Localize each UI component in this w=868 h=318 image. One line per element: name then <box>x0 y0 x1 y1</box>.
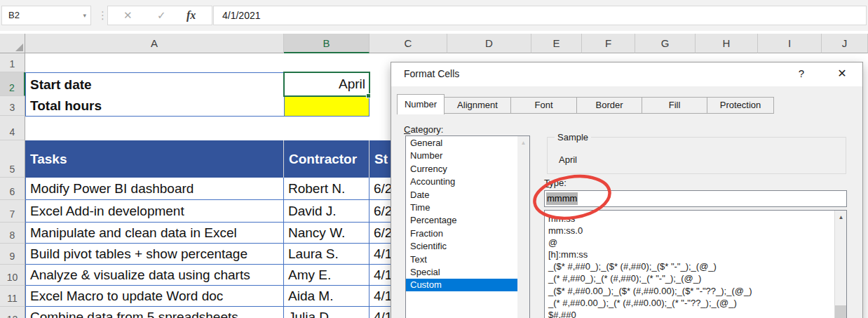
table-row-6-cell[interactable]: Modify Power BI dashboard <box>25 178 284 200</box>
column-header-i[interactable]: I <box>758 34 822 53</box>
row-header-12[interactable]: 12 <box>0 307 25 318</box>
tab-number[interactable]: Number <box>397 94 445 114</box>
row-header-5[interactable]: 5 <box>0 140 25 178</box>
category-item-time[interactable]: Time <box>406 201 529 213</box>
insert-function-icon[interactable]: fx <box>187 6 196 25</box>
format-code-item-8[interactable]: $#,##0 <box>545 309 846 318</box>
category-item-text[interactable]: Text <box>406 253 529 265</box>
tab-protection[interactable]: Protection <box>707 97 774 114</box>
scroll-up-icon[interactable]: ▲ <box>517 138 529 148</box>
table-row-8-cell[interactable]: Manipulate and clean data in Excel <box>25 223 284 244</box>
format-code-item-1[interactable]: mm:ss.0 <box>545 225 846 237</box>
category-item-fraction[interactable]: Fraction <box>406 227 529 239</box>
sample-label: Sample <box>555 132 591 143</box>
table-row-7-cell[interactable]: Excel Add-in development <box>25 200 284 223</box>
sample-groupbox: Sample April <box>547 137 846 174</box>
table-row-10-cell[interactable]: Analyze & visualize data using charts <box>25 265 284 286</box>
row-header-10[interactable]: 10 <box>0 265 25 286</box>
format-code-item-5[interactable]: _(* #,##0_);_(* (#,##0);_(* "-"_);_(@_) <box>545 272 846 284</box>
table-header-tasks[interactable]: Tasks <box>25 140 284 178</box>
table-row-8-cell[interactable]: Nancy W. <box>284 223 369 244</box>
category-item-general[interactable]: General <box>406 137 529 149</box>
category-item-scientific[interactable]: Scientific <box>406 240 529 252</box>
cell-a3[interactable]: Total hours <box>25 96 285 117</box>
tab-fill[interactable]: Fill <box>642 97 707 114</box>
column-header-d[interactable]: D <box>447 34 531 53</box>
tab-border[interactable]: Border <box>576 97 642 114</box>
format-code-item-3[interactable]: [h]:mm:ss <box>545 249 846 260</box>
table-row-11-cell[interactable]: Aida M. <box>284 286 369 307</box>
row-header-3[interactable]: 3 <box>0 96 25 116</box>
category-item-currency[interactable]: Currency <box>406 163 529 175</box>
type-input-value: mmmm <box>546 192 578 205</box>
category-items: GeneralNumberCurrencyAccountingDateTimeP… <box>406 137 529 291</box>
table-row-12-cell[interactable]: Combine data from 5 spreadsheets <box>25 307 284 318</box>
format-code-item-7[interactable]: _(* #,##0.00_);_(* (#,##0.00);_(* "-"??_… <box>545 297 846 309</box>
table-row-7-cell[interactable]: David J. <box>284 200 369 223</box>
table-row-11-cell[interactable]: Excel Macro to update Word doc <box>25 286 284 307</box>
format-code-item-4[interactable]: _($* #,##0_);_($* (#,##0);_($* "-"_);_(@… <box>545 260 846 272</box>
tab-alignment[interactable]: Alignment <box>444 97 511 114</box>
name-box[interactable]: B2 ▾ <box>1 6 91 25</box>
column-header-f[interactable]: F <box>582 34 635 53</box>
scrollbar-thumb[interactable] <box>835 305 847 318</box>
format-cells-dialog: Format Cells ? ✕ NumberAlignmentFontBord… <box>391 62 863 318</box>
table-row-6-cell[interactable]: Robert N. <box>284 178 369 200</box>
cell-b2-selected[interactable]: April <box>283 72 370 97</box>
name-box-value: B2 <box>8 10 20 20</box>
table-header-contractor[interactable]: Contractor <box>284 140 369 178</box>
format-code-item-0[interactable]: mm:ss <box>545 213 846 225</box>
type-input[interactable]: mmmm <box>544 190 847 207</box>
category-listbox[interactable]: GeneralNumberCurrencyAccountingDateTimeP… <box>405 135 530 318</box>
sample-value: April <box>559 154 577 165</box>
column-header-c[interactable]: C <box>369 34 447 53</box>
category-item-accounting[interactable]: Accounting <box>406 175 529 187</box>
category-item-special[interactable]: Special <box>406 266 529 278</box>
formula-input[interactable]: 4/1/2021 <box>213 6 867 25</box>
table-row-9-cell[interactable]: Laura S. <box>284 244 369 265</box>
column-header-e[interactable]: E <box>531 34 582 53</box>
category-item-date[interactable]: Date <box>406 189 529 201</box>
row-header-2[interactable]: 2 <box>0 72 25 96</box>
row-header-6[interactable]: 6 <box>0 178 25 200</box>
row-header-8[interactable]: 8 <box>0 223 25 244</box>
row-header-1[interactable]: 1 <box>0 53 25 72</box>
excel-window: B2 ▾ ⋮ ✕ ✓ fx 4/1/2021 ABCDEFGHIJ1234567… <box>0 0 868 318</box>
format-code-item-6[interactable]: _($* #,##0.00_);_($* (#,##0.00);_($* "-"… <box>545 285 846 297</box>
tab-font[interactable]: Font <box>510 97 577 114</box>
cancel-icon[interactable]: ✕ <box>123 6 133 25</box>
category-label: Category: <box>404 124 443 135</box>
table-row-10-cell[interactable]: Amy E. <box>284 265 369 286</box>
cell-b3-highlighted[interactable] <box>284 96 369 117</box>
category-item-percentage[interactable]: Percentage <box>406 214 529 226</box>
format-code-item-2[interactable]: @ <box>545 237 846 249</box>
table-row-9-cell[interactable]: Build pivot tables + show percentage <box>25 244 284 265</box>
cell-a2[interactable]: Start date <box>25 72 285 97</box>
format-code-listbox[interactable]: mm:ssmm:ss.0@[h]:mm:ss_($* #,##0_);_($* … <box>544 210 847 318</box>
category-item-custom[interactable]: Custom <box>406 279 529 291</box>
column-header-a[interactable]: A <box>25 34 284 53</box>
enter-icon[interactable]: ✓ <box>157 6 166 25</box>
row-header-9[interactable]: 9 <box>0 244 25 265</box>
scroll-up-icon[interactable]: ▲ <box>835 212 847 223</box>
formula-bar-strip: B2 ▾ ⋮ ✕ ✓ fx 4/1/2021 <box>0 0 868 34</box>
category-item-number[interactable]: Number <box>406 150 529 161</box>
format-code-scrollbar[interactable]: ▲ <box>834 211 846 318</box>
dialog-titlebar: Format Cells ? ✕ <box>391 62 862 86</box>
table-row-12-cell[interactable]: Julia D. <box>284 307 369 318</box>
category-scrollbar[interactable]: ▲ <box>517 136 529 318</box>
select-all-corner[interactable] <box>0 34 25 53</box>
help-button[interactable]: ? <box>792 62 811 85</box>
fill-handle[interactable] <box>366 93 371 98</box>
row-header-11[interactable]: 11 <box>0 286 25 307</box>
column-header-g[interactable]: G <box>635 34 696 53</box>
column-header-b[interactable]: B <box>284 34 369 53</box>
close-button[interactable]: ✕ <box>833 62 851 85</box>
type-label: Type: <box>544 178 567 188</box>
name-box-dropdown-icon[interactable]: ▾ <box>83 6 86 25</box>
column-header-h[interactable]: H <box>696 34 758 53</box>
row-header-4[interactable]: 4 <box>0 116 25 140</box>
column-header-j[interactable]: J <box>822 34 868 53</box>
row-header-7[interactable]: 7 <box>0 200 25 223</box>
format-code-items: mm:ssmm:ss.0@[h]:mm:ss_($* #,##0_);_($* … <box>545 213 846 318</box>
